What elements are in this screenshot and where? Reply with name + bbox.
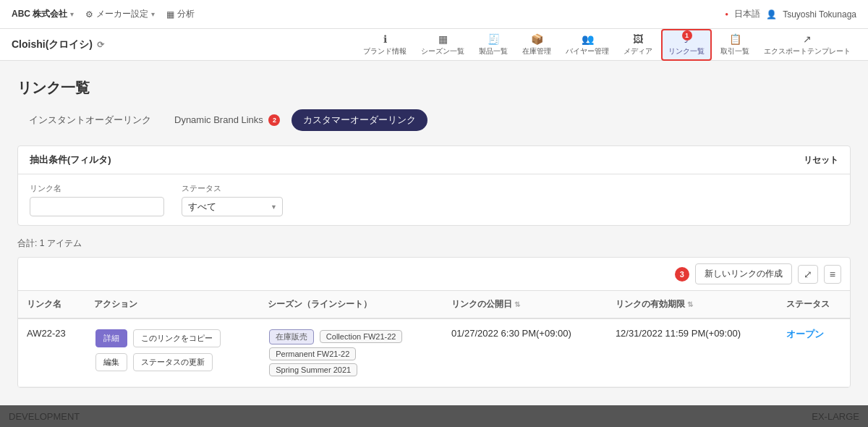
tab-badge: 2 — [268, 114, 280, 126]
nav-buyer[interactable]: 👥 バイヤー管理 — [560, 30, 615, 59]
nav-season-list[interactable]: ▦ シーズン一覧 — [415, 30, 470, 59]
product-list-label: 製品一覧 — [479, 46, 508, 56]
menu-item-settings[interactable]: ⚙ メーカー設定 ▾ — [85, 8, 155, 20]
filter-title: 抽出条件(フィルタ) — [30, 153, 111, 166]
cell-publish-date: 01/27/2022 6:30 PM(+09:00) — [443, 318, 607, 387]
col-seasons: シーズン（ラインシート） — [259, 291, 443, 318]
nav-media[interactable]: 🖼 メディア — [618, 30, 658, 59]
company-dropdown-arrow: ▾ — [70, 10, 74, 18]
transactions-icon: 📋 — [729, 33, 741, 45]
brand-name[interactable]: Cloishi(クロイシ) ⟳ — [12, 38, 104, 51]
cell-seasons: 在庫販売 Collection FW21-22 Permanent FW21-2… — [259, 318, 443, 387]
brand-dropdown-icon: ⟳ — [97, 40, 104, 50]
detail-button[interactable]: 詳細 — [95, 329, 127, 347]
status-update-button[interactable]: ステータスの更新 — [133, 353, 213, 371]
tab-instant-order[interactable]: インスタントオーダーリンク — [17, 109, 163, 131]
filter-body: リンク名 ステータス すべて オープン クローズ — [18, 174, 850, 225]
link-list-label: リンク一覧 — [668, 46, 705, 56]
edit-button[interactable]: 編集 — [95, 353, 127, 371]
new-link-button[interactable]: 新しいリンクの作成 — [695, 263, 792, 284]
nav-icons: ℹ ブランド情報 ▦ シーズン一覧 🧾 製品一覧 📦 在庫管理 👥 バイヤー管理… — [357, 29, 856, 61]
page-title: リンク一覧 — [17, 78, 851, 98]
language-selector[interactable]: 日本語 — [734, 8, 760, 20]
season-tag-fw2122: Collection FW21-22 — [320, 330, 403, 343]
settings-dropdown-arrow: ▾ — [151, 10, 155, 18]
filter-section: 抽出条件(フィルタ) リセット リンク名 ステータス すべて オープン クローズ — [17, 145, 851, 226]
col-actions: アクション — [85, 291, 259, 318]
nav-export-template[interactable]: ↗ エクスポートテンプレート — [758, 30, 856, 59]
top-bar-right: ● 日本語 👤 Tsuyoshi Tokunaga — [725, 8, 856, 20]
media-icon: 🖼 — [633, 33, 643, 45]
tab-dynamic-brand-label: Dynamic Brand Links — [174, 114, 263, 125]
reset-button[interactable]: リセット — [804, 154, 838, 166]
settings-icon: ⚙ — [85, 9, 93, 20]
top-bar: ABC 株式会社 ▾ ⚙ メーカー設定 ▾ ▦ 分析 ● 日本語 👤 Tsuyo… — [0, 0, 868, 29]
cell-expiry-date: 12/31/2022 11:59 PM(+09:00) — [607, 318, 778, 387]
top-bar-left: ABC 株式会社 ▾ ⚙ メーカー設定 ▾ ▦ 分析 — [12, 8, 195, 20]
season-tag-permanent: Permanent FW21-22 — [269, 347, 356, 360]
nav-brand-info[interactable]: ℹ ブランド情報 — [357, 30, 412, 59]
company-name: ABC 株式会社 — [12, 8, 67, 20]
table-toolbar: 3 新しいリンクの作成 ⤢ ≡ — [18, 258, 850, 291]
action-row-bottom: 編集 ステータスの更新 — [94, 352, 250, 373]
language-dot: ● — [725, 11, 728, 17]
export-template-icon: ↗ — [803, 33, 812, 45]
analytics-label: 分析 — [177, 8, 195, 20]
filter-link-name-label: リンク名 — [30, 183, 164, 194]
season-tag-inventory: 在庫販売 — [269, 329, 314, 344]
second-bar: Cloishi(クロイシ) ⟳ ℹ ブランド情報 ▦ シーズン一覧 🧾 製品一覧… — [0, 29, 868, 61]
filter-status-label: ステータス — [182, 183, 283, 194]
status-select-wrapper: すべて オープン クローズ — [182, 197, 283, 216]
buyer-label: バイヤー管理 — [566, 46, 609, 56]
nav-link-list[interactable]: ⤴ 1 リンク一覧 — [661, 29, 712, 61]
links-table: リンク名 アクション シーズン（ラインシート） リンクの公開日 リンクの有効期限… — [18, 291, 850, 387]
expand-view-button[interactable]: ⤢ — [798, 265, 818, 284]
col-status: ステータス — [778, 291, 850, 318]
link-name-input[interactable] — [30, 197, 164, 216]
status-select[interactable]: すべて オープン クローズ — [182, 197, 283, 216]
analytics-icon: ▦ — [166, 9, 174, 20]
link-list-badge: 1 — [682, 30, 692, 41]
annotation-3: 3 — [675, 267, 689, 282]
col-expiry-date[interactable]: リンクの有効期限 — [607, 291, 778, 318]
nav-inventory[interactable]: 📦 在庫管理 — [516, 30, 557, 59]
filter-status: ステータス すべて オープン クローズ — [182, 183, 283, 216]
nav-transactions[interactable]: 📋 取引一覧 — [715, 30, 755, 59]
company-selector[interactable]: ABC 株式会社 ▾ — [12, 8, 74, 20]
product-list-icon: 🧾 — [488, 33, 500, 45]
season-list-icon: ▦ — [438, 33, 448, 45]
filter-header: 抽出条件(フィルタ) リセット — [18, 146, 850, 174]
status-badge: オープン — [786, 329, 824, 339]
tab-customer-order[interactable]: カスタマーオーダーリンク — [292, 109, 427, 131]
transactions-label: 取引一覧 — [720, 46, 749, 56]
season-tag-spring: Spring Summer 2021 — [269, 363, 357, 376]
season-tags: 在庫販売 Collection FW21-22 Permanent FW21-2… — [268, 328, 434, 378]
list-view-button[interactable]: ≡ — [824, 265, 841, 284]
table-row: AW22-23 詳細 このリンクをコピー 編集 ステータスの更新 — [18, 318, 850, 387]
col-publish-date[interactable]: リンクの公開日 — [443, 291, 607, 318]
brand-info-label: ブランド情報 — [363, 46, 407, 56]
user-icon: 👤 — [766, 9, 777, 20]
brand-info-icon: ℹ — [383, 33, 387, 45]
table-header-row: リンク名 アクション シーズン（ラインシート） リンクの公開日 リンクの有効期限… — [18, 291, 850, 318]
tabs: インスタントオーダーリンク Dynamic Brand Links 2 カスタマ… — [17, 109, 851, 131]
brand-name-text: Cloishi(クロイシ) — [12, 38, 93, 51]
cell-link-name: AW22-23 — [18, 318, 85, 387]
col-link-name: リンク名 — [18, 291, 85, 318]
cell-status: オープン — [778, 318, 850, 387]
copy-button[interactable]: このリンクをコピー — [133, 329, 221, 347]
export-template-label: エクスポートテンプレート — [764, 46, 851, 56]
menu-item-analytics[interactable]: ▦ 分析 — [166, 8, 195, 20]
page-content: リンク一覧 インスタントオーダーリンク Dynamic Brand Links … — [0, 61, 868, 405]
nav-product-list[interactable]: 🧾 製品一覧 — [473, 30, 514, 59]
filter-link-name: リンク名 — [30, 183, 164, 216]
tab-dynamic-brand[interactable]: Dynamic Brand Links 2 — [163, 110, 292, 131]
link-list-badge-container: ⤴ 1 — [684, 33, 689, 45]
cell-actions: 詳細 このリンクをコピー 編集 ステータスの更新 — [85, 318, 259, 387]
inventory-icon: 📦 — [531, 33, 543, 45]
media-label: メディア — [624, 46, 652, 56]
action-row-top: 詳細 このリンクをコピー — [94, 328, 250, 349]
table-section: 3 新しいリンクの作成 ⤢ ≡ リンク名 アクション シーズン（ラインシート） … — [17, 257, 851, 388]
inventory-label: 在庫管理 — [522, 46, 551, 56]
season-list-label: シーズン一覧 — [421, 46, 464, 56]
